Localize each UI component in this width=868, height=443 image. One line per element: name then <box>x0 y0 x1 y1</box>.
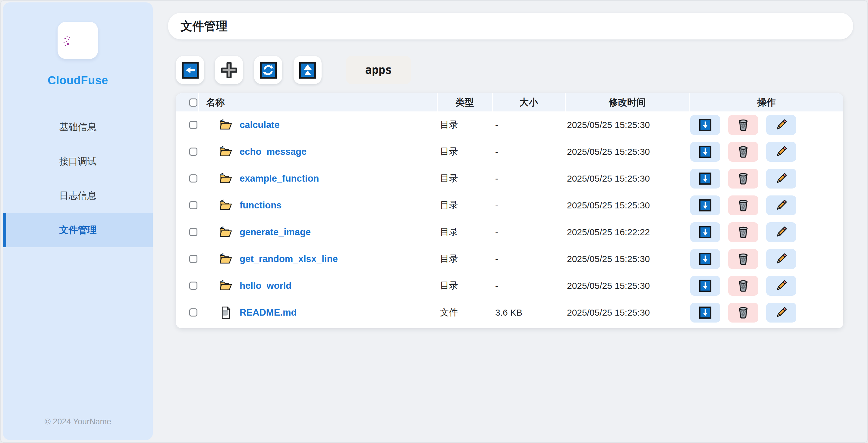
select-all-checkbox[interactable] <box>189 99 197 107</box>
edit-button[interactable] <box>766 249 796 269</box>
column-header-modified: 修改时间 <box>566 93 689 111</box>
download-icon <box>698 172 712 185</box>
download-button[interactable] <box>690 276 720 296</box>
sidebar-item-label: 基础信息 <box>59 121 97 133</box>
edit-button[interactable] <box>766 303 796 322</box>
row-actions <box>689 249 843 269</box>
brand-name: CloudFuse <box>3 74 153 87</box>
row-checkbox[interactable] <box>189 308 197 316</box>
row-checkbox[interactable] <box>189 147 197 156</box>
row-checkbox-cell <box>176 201 199 209</box>
edit-button[interactable] <box>766 169 796 189</box>
folder-icon <box>218 145 233 159</box>
row-checkbox[interactable] <box>189 255 197 263</box>
delete-button[interactable] <box>728 142 758 162</box>
back-button[interactable] <box>176 56 204 84</box>
file-size: - <box>493 147 566 157</box>
file-name-link[interactable]: get_random_xlsx_line <box>240 253 338 264</box>
table-header-row: 名称 类型 大小 修改时间 操作 <box>176 93 843 111</box>
file-name-link[interactable]: calculate <box>240 120 280 130</box>
file-modified-time: 2025/05/25 15:25:30 <box>566 147 689 157</box>
file-name-link[interactable]: echo_message <box>240 146 307 157</box>
file-modified-time: 2025/05/25 15:25:30 <box>566 254 689 264</box>
file-name-link[interactable]: example_function <box>240 173 319 184</box>
pencil-icon <box>774 145 788 159</box>
download-button[interactable] <box>690 115 720 135</box>
delete-button[interactable] <box>728 276 758 296</box>
edit-button[interactable] <box>766 115 796 135</box>
file-type: 目录 <box>438 279 493 292</box>
row-checkbox[interactable] <box>189 121 197 129</box>
delete-button[interactable] <box>728 196 758 215</box>
row-checkbox[interactable] <box>189 228 197 236</box>
file-name-cell: README.md <box>199 306 438 319</box>
table-row: functions 目录 - 2025/05/25 15:25:30 <box>176 192 843 219</box>
upload-button[interactable] <box>293 56 321 84</box>
sidebar-item-file-manager[interactable]: 文件管理 <box>3 213 153 247</box>
delete-button[interactable] <box>728 249 758 269</box>
row-checkbox-cell <box>176 308 199 316</box>
table-row: generate_image 目录 - 2025/05/25 16:22:22 <box>176 219 843 245</box>
file-name-link[interactable]: hello_world <box>240 280 291 291</box>
row-checkbox-cell <box>176 147 199 156</box>
folder-icon <box>218 226 233 239</box>
file-size: - <box>493 227 566 237</box>
table-row: README.md 文件 3.6 KB 2025/05/25 15:25:30 <box>176 299 843 326</box>
file-name-link[interactable]: generate_image <box>240 227 311 238</box>
file-name-cell: get_random_xlsx_line <box>199 252 438 266</box>
cloud-logo-icon <box>63 28 93 53</box>
row-checkbox[interactable] <box>189 281 197 290</box>
trash-icon <box>736 252 750 266</box>
refresh-button[interactable] <box>254 56 282 84</box>
download-button[interactable] <box>690 303 720 322</box>
edit-button[interactable] <box>766 142 796 162</box>
edit-button[interactable] <box>766 276 796 296</box>
edit-button[interactable] <box>766 196 796 215</box>
folder-icon <box>218 252 233 266</box>
sidebar-item-logs[interactable]: 日志信息 <box>3 179 153 213</box>
file-name-cell: example_function <box>199 172 438 185</box>
download-icon <box>698 145 712 159</box>
download-button[interactable] <box>690 169 720 189</box>
file-modified-time: 2025/05/25 15:25:30 <box>566 173 689 184</box>
file-name-link[interactable]: README.md <box>240 307 297 318</box>
row-checkbox[interactable] <box>189 201 197 209</box>
sidebar-item-label: 接口调试 <box>59 155 97 168</box>
page-header: 文件管理 <box>168 13 853 39</box>
delete-button[interactable] <box>728 115 758 135</box>
file-type: 目录 <box>438 145 493 158</box>
delete-button[interactable] <box>728 303 758 322</box>
sidebar-item-api-debug[interactable]: 接口调试 <box>3 144 153 179</box>
download-button[interactable] <box>690 196 720 215</box>
pencil-icon <box>774 306 788 319</box>
download-icon <box>698 252 712 266</box>
file-size: - <box>493 173 566 184</box>
download-icon <box>698 118 712 132</box>
row-actions <box>689 222 843 242</box>
file-name-link[interactable]: functions <box>240 200 282 211</box>
download-button[interactable] <box>690 249 720 269</box>
delete-button[interactable] <box>728 169 758 189</box>
file-name-cell: hello_world <box>199 279 438 293</box>
delete-button[interactable] <box>728 222 758 242</box>
file-type: 目录 <box>438 172 493 184</box>
trash-icon <box>736 172 750 185</box>
row-actions <box>689 196 843 215</box>
new-folder-button[interactable] <box>215 56 243 84</box>
trash-icon <box>736 225 750 239</box>
file-modified-time: 2025/05/25 16:22:22 <box>566 227 689 237</box>
download-button[interactable] <box>690 222 720 242</box>
pencil-icon <box>774 172 788 185</box>
sidebar-item-label: 文件管理 <box>59 224 97 236</box>
trash-icon <box>736 279 750 293</box>
download-button[interactable] <box>690 142 720 162</box>
folder-icon <box>218 172 233 185</box>
edit-button[interactable] <box>766 222 796 242</box>
row-checkbox[interactable] <box>189 174 197 182</box>
page-title: 文件管理 <box>181 18 227 34</box>
file-type: 目录 <box>438 118 493 131</box>
folder-icon <box>218 279 233 293</box>
row-checkbox-cell <box>176 174 199 182</box>
sidebar-item-basic-info[interactable]: 基础信息 <box>3 110 153 144</box>
row-actions <box>689 169 843 189</box>
